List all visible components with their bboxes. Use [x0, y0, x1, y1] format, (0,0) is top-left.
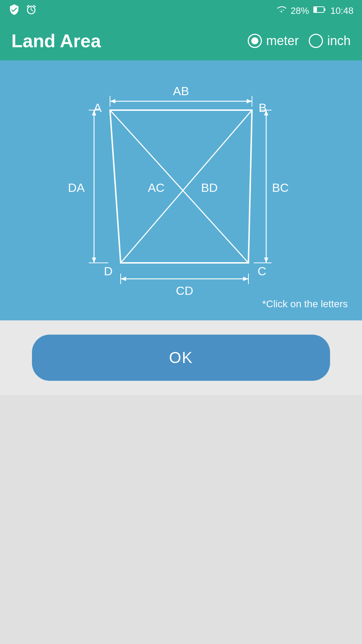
c-label: C	[258, 264, 267, 278]
diagram-area: AB BC CD DA A B C D AC BD	[0, 60, 362, 320]
da-label: DA	[68, 181, 85, 194]
meter-radio-inner	[251, 37, 258, 44]
cd-label: CD	[176, 284, 193, 295]
app-title: Land Area	[11, 30, 101, 52]
b-label: B	[259, 101, 267, 114]
meter-radio[interactable]	[248, 34, 262, 48]
ok-button-container: OK	[0, 320, 362, 395]
signal-icon	[276, 5, 286, 17]
svg-marker-23	[92, 258, 96, 263]
svg-rect-1	[314, 7, 317, 12]
inch-option[interactable]: inch	[309, 33, 351, 48]
inch-label: inch	[327, 33, 351, 48]
svg-rect-2	[324, 9, 325, 11]
d-label: D	[104, 264, 113, 278]
svg-marker-17	[121, 277, 126, 281]
svg-line-4	[110, 110, 248, 263]
svg-marker-18	[243, 277, 248, 281]
svg-line-5	[121, 110, 252, 263]
svg-marker-13	[264, 258, 268, 263]
alarm-icon	[26, 4, 37, 18]
diagram-container: AB BC CD DA A B C D AC BD	[35, 75, 327, 295]
meter-option[interactable]: meter	[248, 33, 299, 48]
unit-selector: meter inch	[248, 33, 351, 48]
status-bar-right: 28% 10:48	[276, 5, 353, 17]
app-bar: Land Area meter inch	[0, 21, 362, 60]
svg-marker-7	[110, 99, 115, 103]
shield-icon	[9, 4, 20, 18]
meter-label: meter	[266, 33, 299, 48]
bc-label: BC	[272, 181, 289, 194]
ok-button[interactable]: OK	[32, 335, 330, 381]
inch-radio[interactable]	[309, 34, 323, 48]
status-bar-left	[9, 4, 37, 18]
battery-icon	[313, 5, 326, 17]
land-diagram: AB BC CD DA A B C D AC BD	[35, 75, 327, 295]
bd-label: BD	[201, 181, 218, 194]
hint-text: *Click on the letters	[7, 298, 355, 310]
ab-label: AB	[173, 84, 189, 98]
status-bar: 28% 10:48	[0, 0, 362, 21]
a-label: A	[94, 101, 102, 114]
time: 10:48	[330, 5, 353, 16]
svg-marker-8	[247, 99, 252, 103]
battery-percentage: 28%	[291, 5, 309, 16]
bottom-area	[0, 395, 362, 644]
ac-label: AC	[148, 181, 164, 194]
